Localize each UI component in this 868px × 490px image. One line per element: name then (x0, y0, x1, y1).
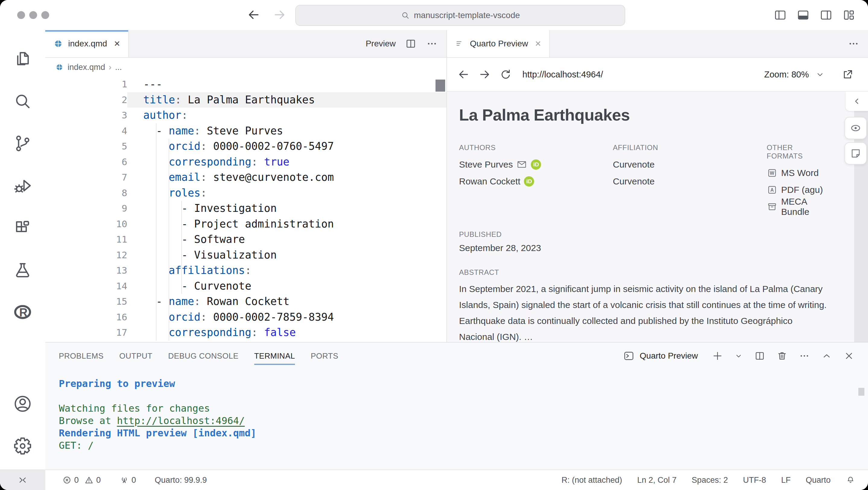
remote-indicator[interactable] (0, 470, 45, 490)
activity-item-extensions[interactable] (0, 207, 45, 249)
activity-item-r-tools[interactable]: R (0, 291, 45, 333)
code-line-11[interactable]: 11 - Software (45, 232, 446, 248)
new-terminal-icon[interactable] (712, 350, 723, 362)
history-back-icon[interactable] (247, 8, 260, 22)
preview-button[interactable]: Preview (366, 39, 396, 48)
close-panel-icon[interactable] (843, 350, 855, 362)
status-item-warning[interactable]: 0 (84, 475, 101, 485)
code-line-16[interactable]: 16 orcid: 0000-0002-7859-8394 (45, 309, 446, 325)
kill-terminal-icon[interactable] (776, 350, 788, 362)
breadcrumb[interactable]: index.qmd › ... (45, 58, 446, 76)
preview-back-icon[interactable] (457, 68, 470, 81)
orcid-icon[interactable]: iD (531, 159, 541, 170)
orcid-icon[interactable]: iD (524, 176, 534, 187)
editor-scrollbar-handle[interactable] (435, 79, 445, 92)
activity-item-source-control[interactable] (0, 122, 45, 165)
code-line-2[interactable]: 2title: La Palma Earthquakes (45, 92, 446, 108)
code-line-8[interactable]: 8 roles: (45, 185, 446, 201)
customize-layout-icon[interactable] (842, 8, 856, 22)
tab-quarto-preview[interactable]: Quarto Preview ✕ (447, 30, 550, 57)
settings-icon (12, 436, 33, 456)
status-item-error[interactable]: 0 (62, 475, 79, 485)
meca-icon (767, 201, 777, 212)
format-link-word[interactable]: WMS Word (767, 165, 829, 182)
activity-item-search[interactable] (0, 80, 45, 122)
preview-forward-icon[interactable] (478, 68, 491, 81)
terminal-scrollbar-handle[interactable] (858, 388, 864, 396)
split-terminal-icon[interactable] (754, 350, 766, 362)
code-line-1[interactable]: 1--- (45, 76, 446, 92)
command-center-search[interactable]: manuscript-template-vscode (295, 5, 625, 26)
tab-close-icon[interactable]: ✕ (535, 39, 541, 48)
code-line-3[interactable]: 3author: (45, 107, 446, 123)
panel-more-actions-icon[interactable] (799, 350, 810, 362)
code-line-6[interactable]: 6 corresponding: true (45, 154, 446, 170)
status-item-quarto[interactable]: Quarto: 99.9.9 (155, 476, 207, 485)
window-minimize-button[interactable] (29, 11, 37, 19)
terminal-link[interactable]: http://localhost:4964/ (117, 415, 245, 426)
code-line-10[interactable]: 10 - Project administration (45, 216, 446, 232)
activity-item-testing[interactable] (0, 249, 45, 291)
status-item-spaces-2[interactable]: Spaces: 2 (691, 476, 728, 485)
code-text: - Curvenote (127, 279, 446, 294)
breadcrumb-more[interactable]: ... (115, 63, 122, 72)
split-editor-icon[interactable] (405, 38, 417, 50)
tab-index-qmd[interactable]: index.qmd ✕ (45, 30, 129, 57)
format-link-meca[interactable]: MECA Bundle (767, 198, 829, 215)
code-editor[interactable]: 1---2title: La Palma Earthquakes3author:… (45, 76, 446, 342)
email-icon[interactable] (516, 159, 527, 170)
breadcrumb-file[interactable]: index.qmd (67, 63, 105, 72)
terminal-dropdown-icon[interactable] (734, 351, 743, 360)
tab-close-icon[interactable]: ✕ (114, 39, 120, 48)
panel-tab-problems[interactable]: PROBLEMS (59, 342, 104, 369)
code-line-7[interactable]: 7 email: steve@curvenote.com (45, 170, 446, 185)
status-item-utf-8[interactable]: UTF-8 (743, 476, 766, 485)
toggle-panel-icon[interactable] (796, 8, 810, 22)
window-zoom-button[interactable] (41, 11, 49, 19)
code-line-9[interactable]: 9 - Investigation (45, 201, 446, 216)
activity-item-explorer[interactable] (0, 38, 45, 80)
chevron-down-icon[interactable] (815, 69, 825, 79)
notifications-bell-icon[interactable] (846, 475, 855, 485)
activity-item-accounts[interactable] (0, 383, 45, 425)
maximize-panel-icon[interactable] (821, 350, 832, 362)
panel-tab-terminal[interactable]: TERMINAL (254, 342, 295, 369)
code-line-14[interactable]: 14 - Curvenote (45, 279, 446, 294)
terminal-instance[interactable]: Quarto Preview (623, 350, 698, 362)
toggle-secondary-sidebar-icon[interactable] (819, 8, 833, 22)
code-line-15[interactable]: 15 - name: Rowan Cockett (45, 294, 446, 309)
line-number: 7 (45, 170, 127, 185)
published-label: PUBLISHED (459, 230, 829, 239)
activity-item-settings[interactable] (0, 425, 45, 467)
panel-tab-output[interactable]: OUTPUT (119, 342, 153, 369)
open-external-icon[interactable] (841, 68, 854, 81)
format-link-pdf[interactable]: APDF (agu) (767, 182, 829, 198)
preview-reload-icon[interactable] (499, 68, 512, 81)
code-line-5[interactable]: 5 orcid: 0000-0002-0760-5497 (45, 139, 446, 154)
status-item-radio[interactable]: 0 (119, 475, 136, 485)
toggle-primary-sidebar-icon[interactable] (773, 8, 787, 22)
status-item-quarto[interactable]: Quarto (806, 476, 831, 485)
terminal-line: Watching files for changes (59, 402, 868, 415)
status-item-r-not-attached[interactable]: R: (not attached) (562, 476, 622, 485)
window-close-button[interactable] (17, 11, 25, 19)
preview-collapse-button[interactable] (846, 92, 868, 111)
preview-eye-button[interactable] (844, 117, 867, 139)
zoom-control[interactable]: Zoom: 80% (764, 69, 825, 79)
preview-note-button[interactable] (844, 142, 867, 165)
preview-url[interactable]: http://localhost:4964/ (522, 70, 603, 79)
code-line-13[interactable]: 13 affiliations: (45, 263, 446, 279)
panel-tab-debug-console[interactable]: DEBUG CONSOLE (168, 342, 238, 369)
code-line-17[interactable]: 17 corresponding: false (45, 325, 446, 340)
history-forward-icon[interactable] (273, 8, 286, 22)
activity-item-run-debug[interactable] (0, 165, 45, 207)
status-item-lf[interactable]: LF (781, 476, 791, 485)
code-line-4[interactable]: 4 - name: Steve Purves (45, 123, 446, 139)
code-line-12[interactable]: 12 - Visualization (45, 248, 446, 263)
preview-more-actions-icon[interactable] (847, 38, 860, 50)
panel-tab-ports[interactable]: PORTS (311, 342, 338, 369)
accounts-icon (12, 394, 33, 414)
status-item-ln-2-col-7[interactable]: Ln 2, Col 7 (637, 476, 677, 485)
editor-more-actions-icon[interactable] (426, 38, 438, 50)
terminal-output[interactable]: Preparing to preview Watching files for … (45, 369, 868, 452)
